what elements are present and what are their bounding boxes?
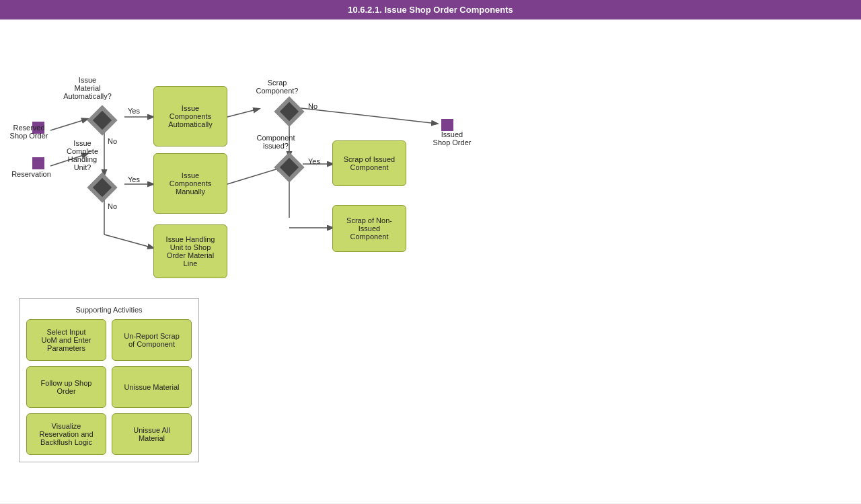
- diamond-component-issued: [274, 153, 304, 182]
- scrap-issued-box[interactable]: Scrap of Issued Component: [332, 140, 406, 186]
- issue-components-auto-box[interactable]: Issue Components Automatically: [153, 86, 227, 146]
- handling-unit-label: IssueCompleteHandlingUnit?: [54, 139, 111, 171]
- svg-line-5: [227, 109, 259, 117]
- yes2-label: Yes: [128, 175, 140, 183]
- no2-label: No: [108, 202, 117, 210]
- scrap-non-issued-box[interactable]: Scrap of Non- Issued Component: [332, 205, 406, 252]
- issue-handling-unit-label: Issue Handling Unit to Shop Order Materi…: [166, 235, 215, 267]
- yes3-label: Yes: [308, 157, 320, 165]
- issue-components-manual-label: Issue Components Manually: [170, 171, 211, 196]
- svg-line-0: [50, 119, 87, 130]
- issue-components-manual-box[interactable]: Issue Components Manually: [153, 153, 227, 214]
- scrap-issued-label: Scrap of Issued Component: [344, 155, 395, 171]
- issue-handling-unit-box[interactable]: Issue Handling Unit to Shop Order Materi…: [153, 224, 227, 278]
- reserved-shop-order-label: ReservedShop Order: [5, 124, 52, 140]
- scrap-non-issued-label: Scrap of Non- Issued Component: [346, 216, 392, 241]
- scrap-component-label: ScrapComponent?: [250, 79, 304, 95]
- support-item-2[interactable]: Un-Report Scrapof Component: [112, 319, 192, 361]
- issued-shop-order-icon: [441, 119, 453, 131]
- diamond-handling-unit: [87, 173, 117, 202]
- issue-components-auto-label: Issue Components Automatically: [168, 104, 212, 128]
- diamond-issue-material: [87, 106, 117, 135]
- issued-shop-order-label: IssuedShop Order: [428, 130, 476, 146]
- issue-material-label: IssueMaterialAutomatically?: [61, 76, 114, 100]
- reservation-label: Reservation: [9, 170, 53, 178]
- supporting-activities-title: Supporting Activities: [26, 306, 192, 314]
- support-item-4[interactable]: Unissue Material: [112, 366, 192, 408]
- support-item-6[interactable]: Unissue AllMaterial: [112, 413, 192, 455]
- support-item-5[interactable]: VisualizeReservation andBackflush Logic: [26, 413, 106, 455]
- diamond-scrap: [274, 97, 304, 126]
- main-area: ReservedShop Order Reservation IssueMate…: [0, 19, 861, 503]
- yes1-label: Yes: [128, 107, 140, 115]
- support-item-3[interactable]: Follow up ShopOrder: [26, 366, 106, 408]
- no3-label: No: [308, 102, 317, 110]
- svg-line-13: [104, 235, 153, 248]
- support-item-1[interactable]: Select InputUoM and EnterParameters: [26, 319, 106, 361]
- supporting-activities-grid: Select InputUoM and EnterParameters Un-R…: [26, 319, 192, 455]
- title-bar: 10.6.2.1. Issue Shop Order Components: [0, 0, 861, 19]
- reservation-icon: [32, 157, 44, 169]
- page-title: 10.6.2.1. Issue Shop Order Components: [348, 5, 513, 15]
- supporting-activities-panel: Supporting Activities Select InputUoM an…: [19, 298, 199, 462]
- component-issued-label: Componentissued?: [249, 134, 303, 150]
